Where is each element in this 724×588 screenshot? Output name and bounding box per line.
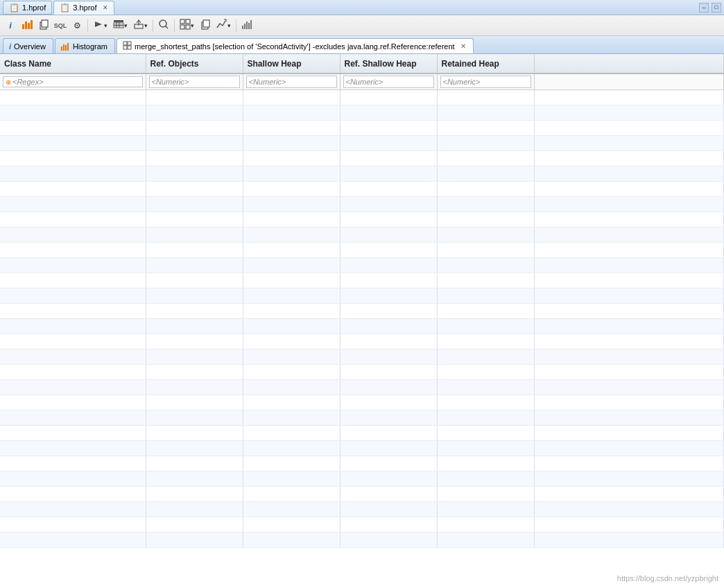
toolbar: i SQL ⚙ ▾ — [0, 15, 724, 36]
nav-chevron-icon: ▾ — [104, 22, 107, 29]
col-header-classname[interactable]: Class Name — [0, 54, 146, 74]
table-row — [0, 502, 724, 517]
tab-histogram[interactable]: Histogram — [55, 38, 115, 53]
svg-line-15 — [166, 26, 169, 29]
title-bar-controls: – □ — [699, 3, 721, 12]
table-row — [0, 243, 724, 258]
filter-extra-cell — [534, 74, 724, 90]
merge-paths-icon — [123, 41, 132, 51]
svg-rect-22 — [242, 26, 243, 29]
filter-refshallow-cell[interactable]: <Numeric> — [340, 74, 437, 90]
table-row — [0, 410, 724, 426]
svg-rect-30 — [67, 43, 69, 51]
merge-paths-close-icon[interactable]: ✕ — [460, 42, 466, 50]
table-header-row: Class Name Ref. Objects Shallow Heap Ref… — [0, 54, 724, 74]
chart2-dropdown[interactable]: ▾ — [214, 18, 233, 33]
chart2-chevron-icon: ▾ — [227, 22, 231, 29]
filter-refshallow-input[interactable]: <Numeric> — [346, 78, 383, 86]
hprof3-label: 3.hprof — [73, 3, 96, 12]
info-icon: i — [9, 20, 12, 31]
table-row — [0, 319, 724, 334]
table-dropdown[interactable]: ▾ — [111, 18, 130, 33]
svg-rect-23 — [244, 24, 245, 29]
svg-rect-19 — [186, 25, 190, 29]
title-bar-tabs: 📋 1.hprof 📋 3.hprof ✕ — [3, 1, 114, 15]
histogram-button[interactable] — [239, 18, 255, 33]
svg-rect-24 — [246, 21, 248, 29]
table-row — [0, 182, 724, 197]
sql-icon: SQL — [54, 22, 67, 29]
search-button[interactable] — [156, 18, 171, 33]
table-row — [0, 197, 724, 212]
table-row — [0, 166, 724, 182]
copy2-dropdown[interactable] — [198, 18, 213, 33]
info-button[interactable]: i — [3, 18, 18, 33]
svg-rect-28 — [63, 44, 64, 51]
filter-classname-cell[interactable]: ⊕ <Regex> — [0, 74, 146, 90]
svg-rect-27 — [61, 46, 62, 51]
filter-shallowheap-cell[interactable]: <Numeric> — [243, 74, 340, 90]
table-row — [0, 395, 724, 410]
merge-paths-label: merge_shortest_paths [selection of 'Seco… — [135, 42, 455, 51]
table-row — [0, 212, 724, 227]
minimize-button[interactable]: – — [699, 3, 709, 12]
table-row — [0, 349, 724, 365]
toolbar-sep-3 — [174, 19, 175, 32]
col-header-retainedheap[interactable]: Retained Heap — [437, 54, 534, 74]
table-row — [0, 304, 724, 319]
filter-refobjects-cell[interactable]: <Numeric> — [146, 74, 243, 90]
svg-rect-32 — [128, 42, 131, 45]
table-chevron-icon: ▾ — [124, 22, 128, 29]
tab-overview[interactable]: i Overview — [3, 38, 53, 53]
overview-icon: i — [9, 42, 11, 51]
gear-icon: ⚙ — [74, 21, 81, 31]
table-row — [0, 105, 724, 121]
group-icon — [180, 19, 191, 32]
svg-rect-26 — [250, 20, 252, 29]
sql-button[interactable]: SQL — [53, 18, 68, 33]
table-row — [0, 380, 724, 395]
col-header-refshallowheap[interactable]: Ref. Shallow Heap — [340, 54, 437, 74]
export-chevron-icon: ▾ — [144, 22, 148, 29]
col-header-shallowheap[interactable]: Shallow Heap — [243, 54, 340, 74]
histogram-icon — [241, 19, 252, 32]
export-dropdown[interactable]: ▾ — [131, 18, 150, 33]
watermark: https://blog.csdn.net/yzpbright — [617, 574, 718, 582]
table-row — [0, 441, 724, 456]
hprof3-icon: 📋 — [60, 3, 70, 12]
svg-rect-3 — [31, 20, 33, 29]
svg-rect-5 — [42, 20, 48, 27]
copy-icon — [38, 19, 49, 32]
tab-merge-paths[interactable]: merge_shortest_paths [selection of 'Seco… — [117, 38, 474, 53]
svg-rect-18 — [180, 25, 184, 29]
filter-classname-input[interactable]: <Regex> — [12, 78, 44, 86]
hprof1-label: 1.hprof — [22, 3, 46, 12]
col-header-refobjects[interactable]: Ref. Objects — [146, 54, 243, 74]
search-icon — [158, 19, 169, 32]
svg-rect-7 — [114, 20, 123, 22]
table-row — [0, 472, 724, 487]
filter-shallowheap-input[interactable]: <Numeric> — [249, 78, 286, 86]
copy2-icon — [200, 19, 211, 32]
trend-chart-icon — [216, 19, 227, 32]
title-tab-3hprof[interactable]: 📋 3.hprof ✕ — [53, 1, 114, 15]
title-bar: 📋 1.hprof 📋 3.hprof ✕ – □ — [0, 0, 724, 15]
svg-marker-6 — [95, 21, 102, 27]
filter-retainedheap-cell[interactable]: <Numeric> — [437, 74, 534, 90]
table-row — [0, 517, 724, 533]
table-row — [0, 426, 724, 441]
table-row — [0, 533, 724, 548]
settings-button[interactable]: ⚙ — [69, 18, 85, 33]
title-tab-1hprof[interactable]: 📋 1.hprof — [3, 1, 52, 15]
hprof3-close-icon[interactable]: ✕ — [103, 4, 108, 11]
chart-button[interactable] — [19, 18, 35, 33]
nav-dropdown[interactable]: ▾ — [91, 18, 110, 33]
table-row — [0, 90, 724, 105]
group-dropdown[interactable]: ▾ — [178, 18, 196, 33]
copy-button[interactable] — [36, 18, 51, 33]
svg-rect-17 — [186, 19, 190, 24]
bar-chart-icon — [21, 19, 33, 32]
filter-retainedheap-input[interactable]: <Numeric> — [443, 78, 481, 86]
filter-refobjects-input[interactable]: <Numeric> — [152, 78, 189, 86]
maximize-button[interactable]: □ — [712, 3, 721, 12]
